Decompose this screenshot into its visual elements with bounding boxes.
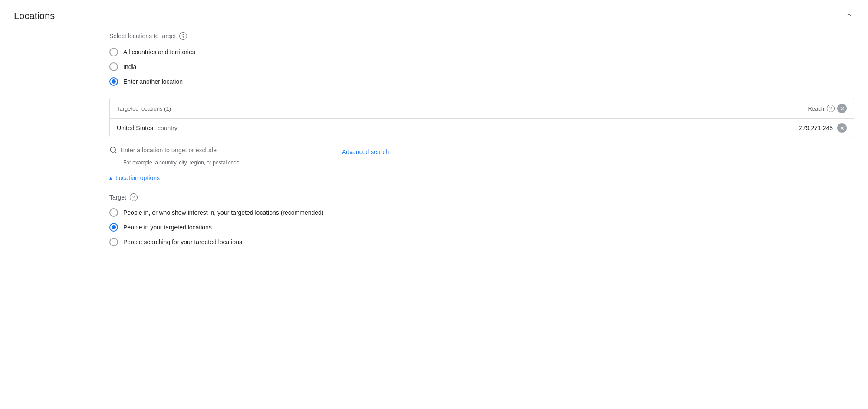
targeted-locations-header: Targeted locations (1) Reach ? ✕	[110, 98, 854, 119]
collapse-button[interactable]: ⌃	[844, 10, 854, 23]
search-icon	[109, 146, 117, 154]
reach-value: 279,271,245 ✕	[799, 123, 847, 133]
radio-circle-all	[109, 48, 118, 56]
radio-another-location[interactable]: Enter another location	[109, 77, 854, 86]
target-radio-group: People in, or who show interest in, your…	[109, 208, 854, 246]
location-name: United States country	[117, 124, 178, 131]
page-title: Locations	[14, 10, 55, 22]
select-locations-help-icon[interactable]: ?	[179, 32, 187, 40]
radio-target-in-locations[interactable]: People in your targeted locations	[109, 223, 854, 232]
target-help-icon[interactable]: ?	[130, 193, 138, 201]
radio-circle-india	[109, 62, 118, 71]
search-input[interactable]	[121, 147, 335, 154]
radio-circle-searching	[109, 238, 118, 246]
radio-target-searching[interactable]: People searching for your targeted locat…	[109, 238, 854, 246]
radio-all-countries[interactable]: All countries and territories	[109, 48, 854, 56]
targeted-locations-box: Targeted locations (1) Reach ? ✕ United …	[109, 98, 854, 137]
radio-circle-interest	[109, 208, 118, 217]
radio-circle-another	[109, 77, 118, 86]
radio-circle-in-locations	[109, 223, 118, 232]
target-label: Target ?	[109, 193, 854, 201]
chevron-up-icon: ▴	[109, 175, 112, 181]
select-locations-label: Select locations to target ?	[109, 32, 854, 40]
search-input-wrapper	[109, 146, 335, 157]
targeted-locations-title: Targeted locations (1)	[117, 105, 171, 112]
search-row: Advanced search	[109, 146, 854, 157]
search-section: Advanced search For example, a country, …	[109, 146, 854, 166]
table-row: United States country 279,271,245 ✕	[110, 119, 854, 137]
search-hint: For example, a country, city, region, or…	[123, 160, 854, 166]
radio-target-interest[interactable]: People in, or who show interest in, your…	[109, 208, 854, 217]
radio-india[interactable]: India	[109, 62, 854, 71]
remove-header-button[interactable]: ✕	[837, 104, 847, 113]
reach-help-icon[interactable]: ?	[827, 105, 835, 112]
location-options-toggle[interactable]: ▴ Location options	[109, 174, 160, 181]
location-type-radio-group: All countries and territories India Ente…	[109, 48, 854, 86]
reach-label: Reach ? ✕	[808, 104, 847, 113]
remove-location-button[interactable]: ✕	[837, 123, 847, 133]
target-section: Target ? People in, or who show interest…	[109, 193, 854, 246]
svg-line-1	[115, 151, 116, 153]
advanced-search-link[interactable]: Advanced search	[342, 148, 389, 155]
